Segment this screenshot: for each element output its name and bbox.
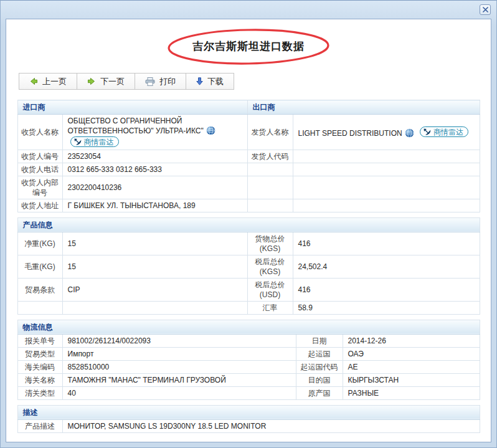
- table-row: 海关名称 ТАМОЖНЯ "МАНАС" ТЕРМИНАЛ ГРУЗОВОЙ 目…: [17, 373, 480, 386]
- close-button[interactable]: [480, 4, 491, 15]
- table-row: 报关单号 981002/261214/0022093 日期 2014-12-26: [17, 334, 480, 347]
- table-row: 贸易条款 CIP 税后总价 (USD) 416: [17, 278, 480, 301]
- logistics-info-table: 物流信息 报关单号 981002/261214/0022093 日期 2014-…: [17, 320, 480, 400]
- table-row: 收货人编号 23523054 发货人代码: [17, 150, 480, 163]
- parties-table: 进口商 出口商 收货人名称 ОБЩЕСТВО С ОГРАНИЧЕННОЙ ОТ…: [17, 100, 480, 212]
- field-value: 23523054: [62, 150, 247, 163]
- print-button[interactable]: 打印: [135, 73, 186, 90]
- field-value: 40: [62, 386, 296, 399]
- next-page-label: 下一页: [100, 76, 125, 87]
- field-label: 贸易条款: [17, 278, 62, 301]
- field-label: 发货人代码: [247, 150, 293, 163]
- dialog-titlebar[interactable]: [1, 1, 496, 19]
- radar-badge-link[interactable]: 商情雷达: [420, 126, 468, 137]
- field-value: 15: [62, 232, 247, 255]
- field-value: [62, 301, 247, 314]
- consignee-name-value: ОБЩЕСТВО С ОГРАНИЧЕННОЙ ОТВЕТСТВЕННОСТЬЮ…: [68, 117, 204, 135]
- table-row: 海关编码 8528510000 起运国代码 AE: [17, 360, 480, 373]
- field-value: CIP: [62, 278, 247, 301]
- printer-icon: [145, 77, 155, 86]
- print-label: 打印: [159, 76, 176, 87]
- radar-badge-link[interactable]: 商情雷达: [70, 136, 119, 147]
- download-arrow-icon: [196, 77, 203, 85]
- close-icon: [483, 7, 488, 12]
- download-button[interactable]: 下载: [186, 73, 234, 90]
- toolbar: 上一页 下一页 打印 下载: [19, 73, 234, 90]
- field-value: LIGHT SPEED DISTRIBUTION 商情雷达: [293, 115, 480, 150]
- exporter-section-title: 出口商: [247, 100, 480, 115]
- section-header-row: 进口商 出口商: [17, 100, 480, 115]
- field-label: 起运国代码: [296, 360, 343, 373]
- field-label: 海关名称: [17, 373, 62, 386]
- section-header-row: 物流信息: [17, 320, 480, 334]
- field-value: МОНИТОР, SAMSUNG LS 19D300NY 18.5 LED MO…: [62, 419, 480, 432]
- section-header-row: 描述: [17, 405, 480, 419]
- product-section-title: 产品信息: [17, 217, 480, 232]
- table-row: 收货人内部编号 2302200410236: [17, 176, 480, 199]
- field-value: 2302200410236: [62, 176, 247, 199]
- field-value: [293, 163, 480, 176]
- field-value: ОБЩЕСТВО С ОГРАНИЧЕННОЙ ОТВЕТСТВЕННОСТЬЮ…: [62, 115, 247, 150]
- table-row: 收货人地址 Г БИШКЕК УЛ. ТЫНЫСТАНОВА, 189: [17, 199, 480, 212]
- next-arrow-icon: [87, 77, 96, 85]
- field-label: 收货人电话: [17, 163, 62, 176]
- field-label: [247, 199, 293, 212]
- field-value: ОАЭ: [343, 347, 480, 360]
- field-value: 0312 665-333 0312 665-333: [62, 163, 247, 176]
- field-label: 收货人编号: [17, 150, 62, 163]
- field-label: 日期: [296, 334, 343, 347]
- field-label: 发货人名称: [247, 115, 293, 150]
- field-label: 起运国: [296, 347, 343, 360]
- field-value: [293, 176, 480, 199]
- table-row: 收货人名称 ОБЩЕСТВО С ОГРАНИЧЕННОЙ ОТВЕТСТВЕН…: [17, 115, 480, 150]
- field-label: 毛重(KG): [17, 255, 62, 278]
- field-value: 2014-12-26: [343, 334, 480, 347]
- table-row: 毛重(KG) 15 税后总价 (KGS) 24,502.4: [17, 255, 480, 278]
- field-label: 汇率: [247, 301, 293, 314]
- field-value: РАЗНЫЕ: [343, 386, 480, 399]
- globe-icon[interactable]: [206, 126, 215, 135]
- field-label: 目的国: [296, 373, 343, 386]
- field-label: 报关单号: [17, 334, 62, 347]
- field-label: 收货人名称: [17, 115, 62, 150]
- radar-badge-label: 商情雷达: [84, 137, 114, 147]
- field-label: 收货人地址: [17, 199, 62, 212]
- field-value: 8528510000: [62, 360, 296, 373]
- field-value: [293, 150, 480, 163]
- field-label: 产品描述: [17, 419, 62, 432]
- table-row: 清关类型 40 原产国 РАЗНЫЕ: [17, 386, 480, 399]
- field-label: 海关编码: [17, 360, 62, 373]
- page-title: 吉尔吉斯斯坦进口数据: [192, 39, 305, 54]
- field-label: 贸易类型: [17, 347, 62, 360]
- field-value: 15: [62, 255, 247, 278]
- field-label: 货物总价 (KGS): [247, 232, 293, 255]
- table-row: 贸易类型 Импорт 起运国 ОАЭ: [17, 347, 480, 360]
- dialog-window: 吉尔吉斯斯坦进口数据 上一页 下一页: [0, 0, 497, 448]
- field-value: ТАМОЖНЯ "МАНАС" ТЕРМИНАЛ ГРУЗОВОЙ: [62, 373, 296, 386]
- field-label: 税后总价 (KGS): [247, 255, 293, 278]
- product-info-table: 产品信息 净重(KG) 15 货物总价 (KGS) 416 毛重(KG) 15 …: [17, 217, 480, 315]
- field-label: 净重(KG): [17, 232, 62, 255]
- field-label: [17, 301, 62, 314]
- field-label: [247, 176, 293, 199]
- field-label: 原产国: [296, 386, 343, 399]
- description-table: 描述 产品描述 МОНИТОР, SAMSUNG LS 19D300NY 18.…: [17, 405, 480, 433]
- field-value: AE: [343, 360, 480, 373]
- field-value: Г БИШКЕК УЛ. ТЫНЫСТАНОВА, 189: [62, 199, 247, 212]
- field-label: 税后总价 (USD): [247, 278, 293, 301]
- next-page-button[interactable]: 下一页: [77, 73, 135, 90]
- prev-arrow-icon: [29, 77, 38, 85]
- globe-icon[interactable]: [405, 128, 414, 138]
- field-label: 收货人内部编号: [17, 176, 62, 199]
- title-area: 吉尔吉斯斯坦进口数据: [6, 39, 491, 54]
- logistics-section-title: 物流信息: [17, 320, 480, 334]
- radar-dish-icon: [424, 128, 432, 136]
- field-value: 24,502.4: [293, 255, 480, 278]
- table-row: 净重(KG) 15 货物总价 (KGS) 416: [17, 232, 480, 255]
- download-label: 下载: [207, 76, 224, 87]
- table-row: 产品描述 МОНИТОР, SAMSUNG LS 19D300NY 18.5 L…: [17, 419, 480, 432]
- prev-page-button[interactable]: 上一页: [19, 73, 77, 90]
- field-value: КЫРГЫЗСТАН: [343, 373, 480, 386]
- radar-badge-label: 商情雷达: [433, 127, 463, 137]
- field-value: [293, 199, 480, 212]
